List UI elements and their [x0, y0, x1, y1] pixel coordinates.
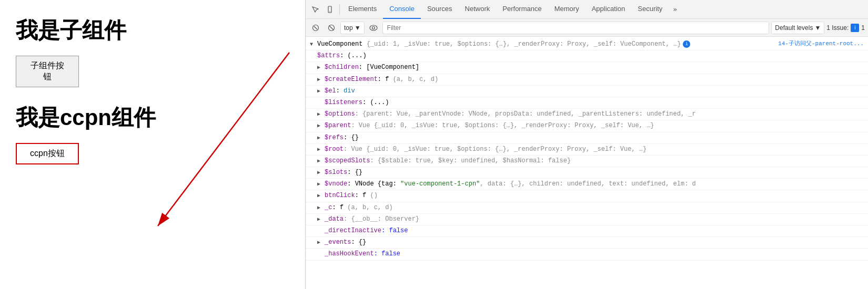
ccpn-component-button[interactable]: ccpn按钮 — [16, 143, 79, 164]
console-line: ▶ btnClick: f () — [306, 190, 868, 202]
console-line: ▶ $children: [VueComponent] — [306, 62, 868, 74]
tab-performance[interactable]: Performance — [496, 0, 548, 19]
console-line: ▶ $createElement: f (a, b, c, d) — [306, 74, 868, 86]
live-expressions-btn[interactable] — [367, 21, 380, 35]
devtools-nav: Elements Console Sources Network Perform… — [306, 0, 868, 19]
tab-memory[interactable]: Memory — [548, 0, 586, 19]
svg-point-9 — [372, 26, 375, 29]
tab-network[interactable]: Network — [459, 0, 497, 19]
devtools-toolbar: top ▼ Default levels ▼ 1 Issue: i 1 — [306, 19, 868, 37]
console-line: $listeners: (...) — [306, 97, 868, 109]
tab-sources[interactable]: Sources — [421, 0, 459, 19]
svg-line-1 — [158, 53, 289, 226]
mobile-icon-btn[interactable] — [322, 2, 337, 17]
console-line: ▶ _data: {__ob__: Observer} — [306, 214, 868, 225]
left-panel: 我是子组件 子组件按钮 我是ccpn组件 ccpn按钮 — [0, 0, 305, 289]
child-component-title: 我是子组件 — [16, 16, 289, 45]
svg-line-5 — [314, 26, 317, 29]
svg-line-7 — [329, 25, 334, 30]
console-line: _directInactive: false — [306, 225, 868, 237]
console-line: ▶ _c: f (a, b, c, d) — [306, 202, 868, 214]
console-content[interactable]: 14-子访问父-parent-root...▼ VueComponent {_u… — [306, 37, 868, 289]
more-tabs-btn[interactable]: » — [669, 5, 681, 13]
tab-elements[interactable]: Elements — [342, 0, 383, 19]
ban-btn[interactable] — [325, 21, 338, 35]
default-levels-select[interactable]: Default levels ▼ — [771, 22, 824, 34]
console-line: ▶ $root: Vue {_uid: 0, _isVue: true, $op… — [306, 144, 868, 156]
tab-security[interactable]: Security — [631, 0, 669, 19]
tab-application[interactable]: Application — [586, 0, 632, 19]
issue-icon: i — [851, 24, 859, 32]
console-line: ▶ $scopedSlots: {$stable: true, $key: un… — [306, 156, 868, 167]
svg-point-8 — [370, 25, 377, 30]
cursor-icon-btn[interactable] — [308, 2, 322, 17]
console-line: ▶ $parent: Vue {_uid: 0, _isVue: true, $… — [306, 120, 868, 132]
console-line: ▶ $el: div — [306, 86, 868, 97]
console-line: ▶ _events: {} — [306, 237, 868, 249]
red-arrow — [105, 47, 305, 247]
filter-input[interactable] — [382, 22, 770, 34]
console-line: ▶ $vnode: VNode {tag: "vue-component-1-c… — [306, 179, 868, 190]
console-line: $attrs: (...) — [306, 50, 868, 62]
clear-console-btn[interactable] — [309, 21, 322, 35]
console-line: 14-子访问父-parent-root...▼ VueComponent {_u… — [306, 39, 868, 50]
devtools-panel: Elements Console Sources Network Perform… — [305, 0, 868, 289]
console-line: ▶ $options: {parent: Vue, _parentVnode: … — [306, 109, 868, 120]
console-line: ▶ $slots: {} — [306, 167, 868, 179]
child-component-button[interactable]: 子组件按钮 — [16, 56, 79, 87]
ccpn-component-title: 我是ccpn组件 — [16, 103, 289, 132]
context-selector[interactable]: top ▼ — [340, 22, 365, 34]
console-line: _hasHookEvent: false — [306, 249, 868, 260]
nav-divider — [339, 4, 340, 15]
tab-console[interactable]: Console — [383, 0, 421, 19]
svg-point-3 — [329, 11, 330, 12]
issues-badge[interactable]: 1 Issue: i 1 — [826, 24, 865, 32]
console-line: ▶ $refs: {} — [306, 132, 868, 144]
